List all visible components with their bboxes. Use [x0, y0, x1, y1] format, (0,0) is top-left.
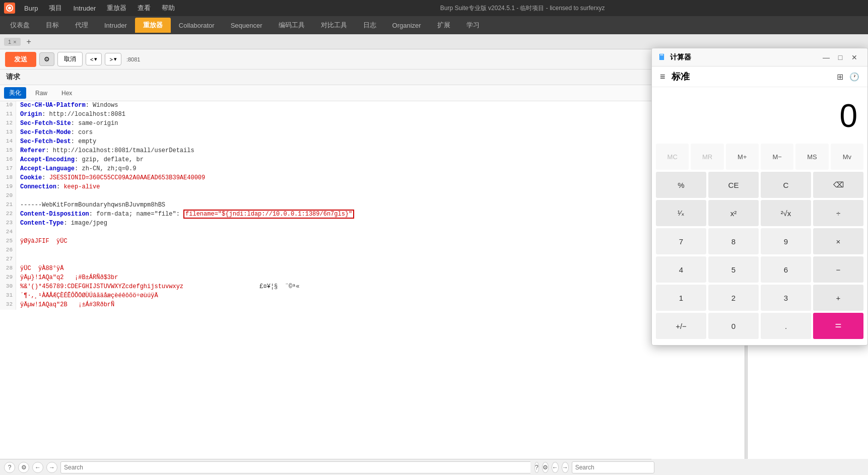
calc-divide-button[interactable]: ÷ [813, 200, 863, 226]
sub-tab-1[interactable]: 1 × [4, 38, 21, 46]
calc-mplus-button[interactable]: M+ [726, 144, 759, 170]
calc-close-button[interactable]: ✕ [847, 50, 861, 64]
calc-hamburger-icon[interactable]: ≡ [660, 72, 665, 82]
calc-6-button[interactable]: 6 [761, 256, 811, 283]
code-line: 14 Sec-Fetch-Dest: empty [0, 138, 745, 147]
next-dropdown-icon: ▾ [114, 56, 117, 62]
calc-3-button[interactable]: 3 [761, 285, 811, 311]
calc-minus-button[interactable]: − [813, 256, 863, 283]
calc-row-3: 7 8 9 × [656, 228, 863, 254]
tab-learn[interactable]: 学习 [458, 18, 488, 33]
send-button[interactable]: 发送 [5, 52, 36, 67]
tab-comparer[interactable]: 对比工具 [313, 18, 355, 33]
calc-multiply-button[interactable]: × [813, 228, 863, 254]
calc-mode-icon[interactable]: ⊞ [837, 72, 843, 82]
calc-row-6: +/− 0 . = [656, 313, 863, 339]
request-panel: 请求 美化 Raw Hex 🚫 ☰ ↵ ≡ 10 Sec-CH-UA-Platf… [0, 70, 745, 459]
calc-equals-button[interactable]: = [813, 313, 863, 339]
req-tab-raw[interactable]: Raw [30, 88, 52, 98]
tab-proxy[interactable]: 代理 [67, 18, 96, 33]
resp-back-button[interactable]: ← [552, 462, 559, 473]
resp-search-input[interactable] [575, 464, 651, 471]
prev-button[interactable]: < ▾ [86, 53, 102, 65]
calc-reciprocal-button[interactable]: ¹⁄ₓ [656, 200, 706, 226]
calc-square-button[interactable]: x² [708, 200, 759, 226]
sub-tab-label: 1 [8, 39, 11, 45]
memory-row: MC MR M+ M− MS Mv [656, 144, 863, 170]
calc-decimal-button[interactable]: . [761, 313, 811, 339]
calc-mminus-button[interactable]: M− [761, 144, 793, 170]
calc-percent-button[interactable]: % [656, 172, 706, 198]
calc-row-4: 4 5 6 − [656, 256, 863, 283]
calc-mv-button[interactable]: Mv [831, 144, 863, 170]
resp-help-button[interactable]: ? [535, 462, 539, 473]
tab-intruder[interactable]: Intruder [96, 19, 135, 32]
tab-target[interactable]: 目标 [38, 18, 67, 33]
calc-9-button[interactable]: 9 [761, 228, 811, 254]
calc-7-button[interactable]: 7 [656, 228, 706, 254]
calc-negate-button[interactable]: +/− [656, 313, 706, 339]
menu-view[interactable]: 查看 [132, 2, 156, 15]
svg-point-1 [8, 7, 11, 10]
req-tab-pretty[interactable]: 美化 [4, 87, 26, 99]
menu-intruder[interactable]: Intruder [68, 3, 101, 14]
menu-project[interactable]: 项目 [44, 2, 67, 15]
calc-8-button[interactable]: 8 [708, 228, 759, 254]
request-code-area[interactable]: 10 Sec-CH-UA-Platform: Windows 11 Origin… [0, 101, 745, 459]
calc-0-button[interactable]: 0 [708, 313, 759, 339]
resp-settings-button[interactable]: ⚙ [542, 462, 549, 473]
menu-burp[interactable]: Burp [19, 3, 43, 14]
calc-c-button[interactable]: C [761, 172, 811, 198]
add-tab-button[interactable]: + [23, 36, 35, 47]
menu-help[interactable]: 帮助 [157, 2, 180, 15]
prev-icon: < [90, 56, 93, 62]
tab-collaborator[interactable]: Collaborator [171, 19, 223, 32]
tab-encoder[interactable]: 编码工具 [271, 18, 313, 33]
req-tab-hex[interactable]: Hex [56, 88, 77, 98]
request-header: 请求 [0, 70, 745, 85]
settings-icon: ⚙ [44, 55, 50, 63]
resp-forward-button[interactable]: → [562, 462, 569, 473]
tab-logger[interactable]: 日志 [355, 18, 384, 33]
menu-repeater[interactable]: 重放器 [102, 2, 131, 15]
code-line: 31 ´¶·,¸¹ÀÄÅÆÇÈÉÊÔÕÖØÙÚâãäåæçèéêôõö÷øùúÿ… [0, 292, 745, 301]
response-bottom-bar: ? ⚙ ← → [530, 459, 651, 475]
calc-ms-button[interactable]: MS [795, 144, 828, 170]
calc-sqrt-button[interactable]: ²√x [761, 200, 811, 226]
highlighted-line: 22 Content-Disposition: form-data; name=… [0, 210, 745, 219]
forward-button[interactable]: → [46, 462, 57, 473]
calc-5-button[interactable]: 5 [708, 256, 759, 283]
sub-tab-bar: 1 × + [0, 34, 868, 49]
calc-history-icon[interactable]: 🕐 [849, 72, 859, 82]
code-line: 26 [0, 246, 745, 255]
settings-button[interactable]: ⚙ [39, 52, 54, 66]
request-tabs: 美化 Raw Hex 🚫 ☰ ↵ ≡ [0, 85, 745, 101]
tab-extensions[interactable]: 扩展 [429, 18, 458, 33]
calc-mr-button[interactable]: MR [691, 144, 723, 170]
calc-minimize-button[interactable]: — [819, 50, 833, 64]
calc-4-button[interactable]: 4 [656, 256, 706, 283]
calc-maximize-button[interactable]: □ [833, 50, 847, 64]
settings-bottom-button[interactable]: ⚙ [18, 462, 29, 473]
calc-plus-button[interactable]: + [813, 285, 863, 311]
sub-tab-close[interactable]: × [13, 39, 16, 45]
code-line: 25 ÿØÿàJFIF ÿÜC [0, 237, 745, 246]
code-line: 17 Accept-Language: zh-CN, zh;q=0.9 [0, 165, 745, 174]
back-button[interactable]: ← [32, 462, 43, 473]
calc-mc-button[interactable]: MC [656, 144, 689, 170]
calc-backspace-button[interactable]: ⌫ [813, 172, 863, 198]
code-line: 12 Sec-Fetch-Site: same-origin [0, 119, 745, 128]
tab-repeater[interactable]: 重放器 [135, 18, 171, 33]
calc-titlebar: 🖩 计算器 — □ ✕ [652, 48, 867, 66]
tab-sequencer[interactable]: Sequencer [223, 19, 271, 32]
tab-organizer[interactable]: Organizer [384, 19, 429, 32]
code-line: 10 Sec-CH-UA-Platform: Windows [0, 101, 745, 110]
tab-dashboard[interactable]: 仪表盘 [2, 18, 38, 33]
calc-ce-button[interactable]: CE [708, 172, 759, 198]
calc-2-button[interactable]: 2 [708, 285, 759, 311]
cancel-button[interactable]: 取消 [57, 52, 83, 66]
help-button[interactable]: ? [4, 462, 15, 473]
code-line: 32 ÿÄµw!1AQaq"2B ¡±Á#3RðbrÑ [0, 301, 745, 310]
next-button[interactable]: > ▾ [105, 53, 121, 65]
calc-1-button[interactable]: 1 [656, 285, 706, 311]
